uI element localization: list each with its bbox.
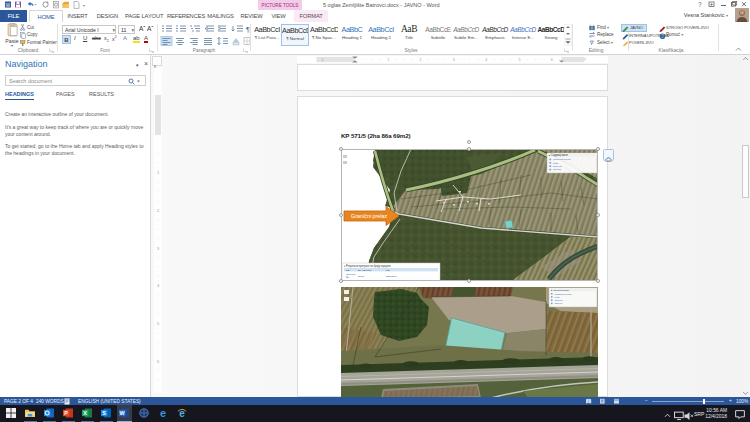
svg-text:6: 6: [551, 58, 553, 62]
svg-text:▾: ▾: [83, 3, 85, 8]
svg-text:7: 7: [584, 58, 586, 62]
svg-text:Објекти: Објекти: [555, 302, 563, 304]
svg-text:5: 5: [518, 58, 520, 62]
svg-text:?: ?: [698, 1, 702, 8]
svg-text:2: 2: [420, 58, 422, 62]
svg-text:e: e: [160, 408, 166, 418]
svg-text:S: S: [102, 410, 106, 416]
svg-text:1: 1: [387, 58, 389, 62]
svg-text:▸ Садржај мапе: ▸ Садржај мапе: [551, 289, 570, 292]
svg-text:Парцеле: Парцеле: [555, 299, 564, 301]
svg-text:Међе: Међе: [555, 296, 561, 298]
svg-text:X: X: [83, 410, 87, 416]
svg-text:3: 3: [453, 58, 455, 62]
svg-text:Изабрани подаци: Изабрани подаци: [555, 293, 573, 295]
svg-text:W: W: [6, 3, 11, 8]
svg-text:1: 1: [322, 58, 324, 62]
svg-text:4: 4: [485, 58, 487, 62]
svg-text:W: W: [120, 410, 126, 416]
svg-text:¶: ¶: [246, 26, 250, 33]
svg-text:P: P: [64, 410, 68, 416]
